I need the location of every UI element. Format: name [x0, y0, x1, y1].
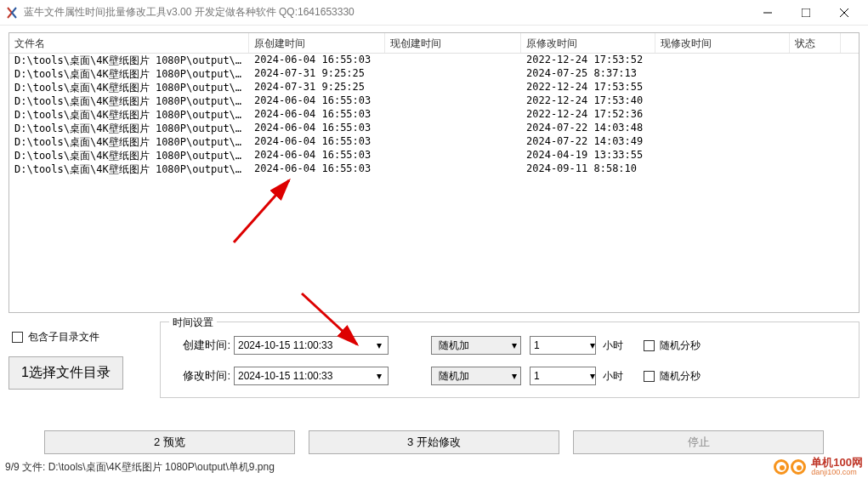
table-row[interactable]: D:\tools\桌面\4K壁纸图片 1080P\output\单机...202… [9, 122, 859, 135]
table-cell: D:\tools\桌面\4K壁纸图片 1080P\output\单机... [9, 54, 249, 67]
table-cell [790, 81, 841, 94]
file-listview[interactable]: 文件名 原创建时间 现创建时间 原修改时间 现修改时间 状态 D:\tools\… [9, 32, 859, 313]
table-cell: D:\tools\桌面\4K壁纸图片 1080P\output\单机... [9, 162, 249, 176]
table-cell: 2022-12-24 17:52:36 [521, 108, 655, 122]
table-cell [790, 108, 841, 122]
table-cell [385, 81, 521, 94]
svg-rect-1 [802, 9, 810, 17]
create-time-label: 创建时间: [171, 338, 234, 353]
table-cell [655, 67, 790, 81]
chevron-down-icon: ▾ [374, 370, 384, 382]
col-orig-modify[interactable]: 原修改时间 [521, 33, 655, 53]
table-row[interactable]: D:\tools\桌面\4K壁纸图片 1080P\output\单机...202… [9, 162, 859, 176]
table-cell [790, 67, 841, 81]
create-random-mode-combo[interactable]: 随机加 ▾ [431, 336, 521, 355]
table-row[interactable]: D:\tools\桌面\4K壁纸图片 1080P\output\单机...202… [9, 108, 859, 122]
col-status[interactable]: 状态 [790, 33, 841, 53]
table-cell: 2024-06-04 16:55:03 [249, 135, 385, 149]
table-cell: 2024-07-22 14:03:48 [521, 122, 655, 135]
modify-time-label: 修改时间: [171, 368, 234, 384]
table-cell: D:\tools\桌面\4K壁纸图片 1080P\output\单机... [9, 122, 249, 135]
app-icon [5, 6, 19, 20]
table-row[interactable]: D:\tools\桌面\4K壁纸图片 1080P\output\单机...202… [9, 149, 859, 162]
modify-amount-input[interactable]: 1 ▾ [530, 367, 596, 385]
brand-logo: 单机100网 danji100.com [774, 457, 863, 476]
modify-random-sec-checkbox[interactable] [644, 371, 655, 382]
table-cell [655, 122, 790, 135]
table-cell [385, 149, 521, 162]
table-cell [790, 135, 841, 149]
table-row[interactable]: D:\tools\桌面\4K壁纸图片 1080P\output\单机...202… [9, 54, 859, 67]
table-cell [385, 54, 521, 67]
fieldset-legend: 时间设置 [169, 316, 217, 330]
chevron-down-icon: ▾ [374, 339, 384, 351]
col-filename[interactable]: 文件名 [9, 33, 249, 53]
table-cell [385, 162, 521, 176]
minimize-button[interactable] [748, 0, 786, 26]
modify-random-mode-combo[interactable]: 随机加 ▾ [431, 367, 521, 385]
table-cell [655, 94, 790, 108]
table-cell [655, 135, 790, 149]
table-cell [655, 108, 790, 122]
table-row[interactable]: D:\tools\桌面\4K壁纸图片 1080P\output\单机...202… [9, 67, 859, 81]
col-orig-create[interactable]: 原创建时间 [249, 33, 385, 53]
table-cell: 2024-06-04 16:55:03 [249, 122, 385, 135]
table-cell: D:\tools\桌面\4K壁纸图片 1080P\output\单机... [9, 108, 249, 122]
chevron-down-icon: ▾ [512, 339, 517, 351]
table-cell: D:\tools\桌面\4K壁纸图片 1080P\output\单机... [9, 94, 249, 108]
table-cell [385, 135, 521, 149]
table-cell: 2024-06-04 16:55:03 [249, 54, 385, 67]
table-cell [385, 108, 521, 122]
table-cell [655, 162, 790, 176]
table-cell: D:\tools\桌面\4K壁纸图片 1080P\output\单机... [9, 135, 249, 149]
table-cell: 2024-07-25 8:37:13 [521, 67, 655, 81]
table-cell: 2024-07-31 9:25:25 [249, 67, 385, 81]
table-cell [790, 162, 841, 176]
stop-button[interactable]: 停止 [573, 430, 824, 454]
modify-random-sec-label: 随机分秒 [660, 369, 701, 384]
table-row[interactable]: D:\tools\桌面\4K壁纸图片 1080P\output\单机...202… [9, 94, 859, 108]
table-cell [655, 149, 790, 162]
logo-eyes-icon [774, 459, 806, 475]
col-new-modify[interactable]: 现修改时间 [655, 33, 790, 53]
table-cell: 2024-07-31 9:25:25 [249, 81, 385, 94]
close-button[interactable] [825, 0, 863, 26]
table-cell: 2024-09-11 8:58:10 [521, 162, 655, 176]
include-subdir-checkbox[interactable] [12, 332, 23, 343]
logo-text: 单机100网 [811, 457, 863, 468]
chevron-down-icon: ▾ [590, 370, 595, 382]
preview-button[interactable]: 2 预览 [44, 430, 295, 454]
create-random-sec-checkbox[interactable] [644, 340, 655, 351]
modify-unit-label: 小时 [603, 369, 623, 384]
modify-time-picker[interactable]: 2024-10-15 11:00:33 ▾ [234, 367, 389, 385]
col-new-create[interactable]: 现创建时间 [385, 33, 521, 53]
table-cell [790, 122, 841, 135]
select-directory-button[interactable]: 1选择文件目录 [9, 356, 123, 390]
maximize-button[interactable] [786, 0, 825, 26]
create-random-sec-label: 随机分秒 [660, 339, 701, 353]
table-cell: D:\tools\桌面\4K壁纸图片 1080P\output\单机... [9, 149, 249, 162]
table-cell: 2024-06-04 16:55:03 [249, 94, 385, 108]
table-cell: 2024-07-22 14:03:49 [521, 135, 655, 149]
table-row[interactable]: D:\tools\桌面\4K壁纸图片 1080P\output\单机...202… [9, 135, 859, 149]
table-cell: D:\tools\桌面\4K壁纸图片 1080P\output\单机... [9, 67, 249, 81]
table-cell [790, 54, 841, 67]
table-cell: 2024-06-04 16:55:03 [249, 149, 385, 162]
table-cell [790, 149, 841, 162]
create-amount-input[interactable]: 1 ▾ [530, 336, 596, 355]
table-cell: 2024-04-19 13:33:55 [521, 149, 655, 162]
chevron-down-icon: ▾ [512, 370, 517, 382]
start-modify-button[interactable]: 3 开始修改 [309, 430, 559, 454]
table-cell [385, 122, 521, 135]
table-cell [790, 94, 841, 108]
table-cell: 2022-12-24 17:53:52 [521, 54, 655, 67]
table-cell: 2022-12-24 17:53:40 [521, 94, 655, 108]
time-settings-fieldset: 时间设置 创建时间: 2024-10-15 11:00:33 ▾ 随机加 ▾ 1… [160, 322, 859, 398]
titlebar: 蓝牛文件属性时间批量修改工具v3.00 开发定做各种软件 QQ:16416533… [0, 0, 868, 26]
table-cell [655, 54, 790, 67]
table-cell: 2022-12-24 17:53:55 [521, 81, 655, 94]
table-row[interactable]: D:\tools\桌面\4K壁纸图片 1080P\output\单机...202… [9, 81, 859, 94]
create-time-picker[interactable]: 2024-10-15 11:00:33 ▾ [234, 336, 389, 355]
listview-header: 文件名 原创建时间 现创建时间 原修改时间 现修改时间 状态 [9, 33, 859, 54]
chevron-down-icon: ▾ [590, 339, 595, 351]
